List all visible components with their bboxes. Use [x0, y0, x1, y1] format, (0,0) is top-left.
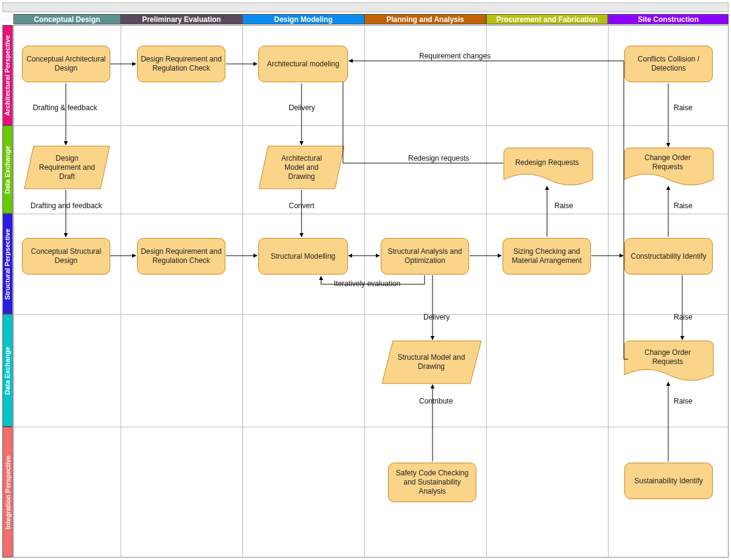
gridline: [486, 25, 487, 558]
node-change-order-2: Change Order Requests: [627, 343, 708, 371]
row-head-4: Integration Perspective: [2, 427, 13, 558]
node-sustainability-identify: Sustainability Identify: [624, 463, 713, 499]
edge-label: Contribute: [419, 397, 453, 405]
gridline: [13, 314, 729, 315]
node-structural-modelling: Structural Modelling: [258, 238, 348, 275]
edge-label: Drafting and feedback: [30, 201, 102, 210]
row-head-1: Data Exchange: [2, 125, 13, 214]
edge-label: Requirement changes: [419, 52, 490, 60]
gridline: [608, 25, 609, 558]
col-head-3: Planning and Analysis: [364, 14, 486, 24]
col-head-0: Conceptual Design: [13, 14, 121, 24]
node-change-order-1: Change Order Requests: [627, 150, 708, 175]
edge-label: Raise: [674, 201, 693, 210]
node-design-req-check-1: Design Requirement and Regulation Check: [137, 46, 225, 82]
gridline: [364, 25, 365, 558]
gridline: [242, 25, 243, 558]
edge-label: Convert: [289, 201, 314, 210]
col-head-1: Preliminary Evaluation: [121, 14, 242, 24]
window-titlebar: [2, 2, 729, 12]
col-head-2: Design Modeling: [242, 14, 364, 24]
node-safety-sustainability: Safety Code Checking and Sustainability …: [388, 463, 476, 502]
node-arch-model-drawing: Architectural Model and Drawing: [268, 149, 335, 186]
node-conceptual-arch-design: Conceptual Architectural Design: [22, 46, 110, 82]
node-design-req-check-2: Design Requirement and Regulation Check: [137, 238, 225, 275]
row-head-0: Architectural Perspective: [2, 25, 13, 125]
node-constructability: Constructability Identify: [624, 238, 713, 275]
edge-label: Delivery: [289, 103, 315, 112]
node-redesign-requests: Redesign Requests: [507, 150, 587, 175]
edge-label: Redesign requests: [408, 154, 469, 163]
col-head-4: Procurement and Fabrication: [486, 14, 608, 24]
node-conflicts-collision: Conflicts Collision / Detections: [624, 46, 713, 82]
gridline: [13, 427, 729, 427]
gridline: [13, 214, 729, 214]
col-head-5: Site Construction: [608, 14, 729, 24]
edge-label: Delivery: [423, 313, 450, 321]
node-conceptual-struct-design: Conceptual Structural Design: [22, 238, 110, 275]
node-structural-analysis: Structural Analysis and Optimization: [381, 238, 469, 275]
gridline: [13, 125, 729, 126]
node-sizing-checking: Sizing Checking and Material Arrangement: [503, 238, 591, 275]
gridline: [121, 25, 121, 558]
edge-label: Raise: [554, 201, 573, 210]
row-head-2: Structural Perpsective: [2, 214, 13, 314]
edge-label: Raise: [674, 103, 693, 112]
edge-label: Drafting & feedback: [33, 103, 97, 112]
edge-label: Raise: [674, 397, 693, 405]
edge-label: Raise: [674, 313, 693, 321]
node-struct-model-drawing: Structural Model and Drawing: [395, 343, 468, 381]
row-head-3: Data Exchange: [2, 314, 13, 427]
node-design-req-draft: Design Requirement and Draft: [34, 149, 101, 186]
edge-label: Iteratively evaluation: [334, 279, 400, 288]
node-arch-modeling: Architectural modeling: [258, 46, 348, 82]
